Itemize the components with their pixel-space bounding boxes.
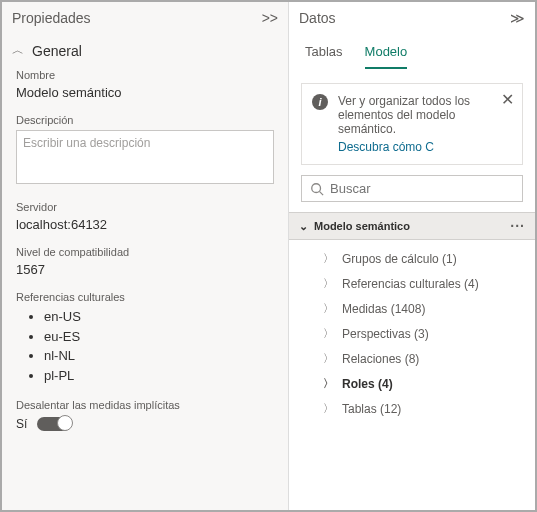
list-item: pl-PL xyxy=(44,366,274,386)
description-input[interactable] xyxy=(16,130,274,184)
properties-panel: Propiedades >> ︿ General Nombre Modelo s… xyxy=(2,2,289,510)
properties-title: Propiedades xyxy=(12,10,91,26)
tree-item-label: Grupos de cálculo (1) xyxy=(342,252,457,266)
data-panel: Datos ≫ Tablas Modelo i Ver y organizar … xyxy=(289,2,535,510)
toggle-value-text: Sí xyxy=(16,417,27,431)
server-value: localhost:64132 xyxy=(16,217,274,232)
tree-root[interactable]: ⌄ Modelo semántico ··· xyxy=(289,212,535,240)
description-label: Descripción xyxy=(16,114,274,126)
tree-item-medidas[interactable]: 〉 Medidas (1408) xyxy=(289,296,535,321)
info-link[interactable]: Descubra cómo C xyxy=(338,140,434,154)
field-name: Nombre Modelo semántico xyxy=(2,65,288,110)
tree-item-label: Perspectivas (3) xyxy=(342,327,429,341)
tabs: Tablas Modelo xyxy=(289,34,535,69)
tab-tablas[interactable]: Tablas xyxy=(305,44,343,69)
more-icon[interactable]: ··· xyxy=(510,218,525,234)
tree-item-label: Tablas (12) xyxy=(342,402,401,416)
chevron-right-icon: 〉 xyxy=(323,301,334,316)
collapse-right-icon[interactable]: >> xyxy=(262,10,278,26)
name-value: Modelo semántico xyxy=(16,85,274,100)
tree-item-tablas[interactable]: 〉 Tablas (12) xyxy=(289,396,535,421)
toggle-knob xyxy=(57,415,73,431)
field-compat: Nivel de compatibilidad 1567 xyxy=(2,242,288,287)
chevron-right-icon: 〉 xyxy=(323,351,334,366)
tree-item-relaciones[interactable]: 〉 Relaciones (8) xyxy=(289,346,535,371)
tree-item-label: Referencias culturales (4) xyxy=(342,277,479,291)
tree-item-perspectivas[interactable]: 〉 Perspectivas (3) xyxy=(289,321,535,346)
svg-point-0 xyxy=(312,183,321,192)
tree-item-roles[interactable]: 〉 Roles (4) xyxy=(289,371,535,396)
list-item: eu-ES xyxy=(44,327,274,347)
server-label: Servidor xyxy=(16,201,274,213)
chevron-down-icon: ⌄ xyxy=(299,220,308,233)
data-header: Datos ≫ xyxy=(289,2,535,34)
compat-label: Nivel de compatibilidad xyxy=(16,246,274,258)
info-banner: i Ver y organizar todos los elementos de… xyxy=(301,83,523,165)
search-input[interactable] xyxy=(330,181,514,196)
data-title: Datos xyxy=(299,10,336,26)
chevron-up-icon: ︿ xyxy=(12,42,24,59)
implicit-toggle[interactable] xyxy=(37,417,71,431)
chevron-right-icon: 〉 xyxy=(323,326,334,341)
tree-item-referencias[interactable]: 〉 Referencias culturales (4) xyxy=(289,271,535,296)
cultures-label: Referencias culturales xyxy=(16,291,274,303)
field-implicit-measures: Desalentar las medidas implícitas Sí xyxy=(2,395,288,441)
close-icon[interactable]: ✕ xyxy=(501,92,514,108)
tree-item-label: Relaciones (8) xyxy=(342,352,419,366)
field-server: Servidor localhost:64132 xyxy=(2,197,288,242)
section-general[interactable]: ︿ General xyxy=(2,34,288,65)
tab-modelo[interactable]: Modelo xyxy=(365,44,408,69)
info-text: Ver y organizar todos los elementos del … xyxy=(338,94,512,154)
implicit-label: Desalentar las medidas implícitas xyxy=(16,399,274,411)
info-line2: elementos del modelo semántico. xyxy=(338,108,512,136)
name-label: Nombre xyxy=(16,69,274,81)
field-cultures: Referencias culturales en-US eu-ES nl-NL… xyxy=(2,287,288,395)
field-description: Descripción xyxy=(2,110,288,197)
chevron-right-icon: 〉 xyxy=(323,401,334,416)
properties-header: Propiedades >> xyxy=(2,2,288,34)
tree-item-label: Medidas (1408) xyxy=(342,302,425,316)
tree-list: 〉 Grupos de cálculo (1) 〉 Referencias cu… xyxy=(289,240,535,427)
chevron-right-icon: 〉 xyxy=(323,276,334,291)
tree-root-label: Modelo semántico xyxy=(314,220,410,232)
list-item: en-US xyxy=(44,307,274,327)
section-general-label: General xyxy=(32,43,82,59)
search-icon xyxy=(310,182,324,196)
cultures-list: en-US eu-ES nl-NL pl-PL xyxy=(16,307,274,385)
compat-value: 1567 xyxy=(16,262,274,277)
list-item: nl-NL xyxy=(44,346,274,366)
info-line1: Ver y organizar todos los xyxy=(338,94,512,108)
info-icon: i xyxy=(312,94,328,110)
chevron-right-icon: 〉 xyxy=(323,376,334,391)
svg-line-1 xyxy=(320,191,324,195)
tree-item-grupos[interactable]: 〉 Grupos de cálculo (1) xyxy=(289,246,535,271)
tree-item-label: Roles (4) xyxy=(342,377,393,391)
search-box[interactable] xyxy=(301,175,523,202)
chevron-right-icon: 〉 xyxy=(323,251,334,266)
expand-icon[interactable]: ≫ xyxy=(510,10,525,26)
